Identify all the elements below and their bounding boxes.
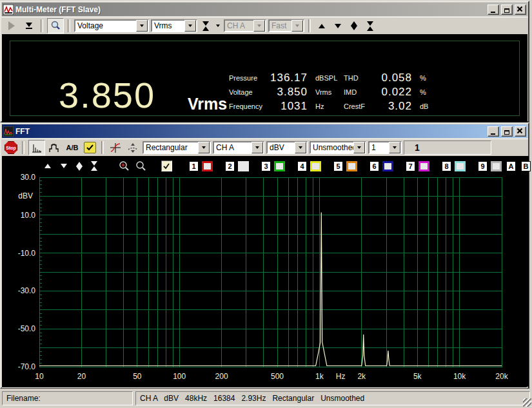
unit-combo[interactable]: Vrms <box>151 19 197 32</box>
triangle-down-icon <box>61 164 67 168</box>
run-to-end-button[interactable] <box>21 19 37 33</box>
curve-number-label: 7 <box>406 161 415 171</box>
close-button[interactable] <box>515 126 526 137</box>
curve-3-button[interactable]: 3 <box>261 160 271 171</box>
reading-label: Pressure <box>229 74 269 82</box>
fft-spectrum-chart[interactable]: 30.010.0-10.0-30.0-50.0-70.0dBV102050100… <box>2 156 529 387</box>
curve-9-button[interactable]: 9 <box>478 160 488 171</box>
compress-scale-button[interactable] <box>199 19 212 33</box>
parameter-checklist-button[interactable] <box>82 141 97 155</box>
curve-2-button[interactable]: 2 <box>225 160 235 171</box>
maximize-button[interactable] <box>501 5 513 15</box>
x-tick-label: 1k <box>315 372 324 381</box>
x-tick-label: 5k <box>413 372 422 381</box>
compress-options-button[interactable] <box>214 19 222 33</box>
octave-view-button[interactable] <box>47 141 63 155</box>
y-tick-label: 10.0 <box>21 211 36 220</box>
channel-combo[interactable]: CH A <box>213 141 264 154</box>
multimeter-toolbar: Voltage Vrms CH A Fast <box>1 17 528 34</box>
memory-b-button[interactable]: B <box>521 160 531 171</box>
y-tick-label: -70.0 <box>18 362 36 371</box>
curve-5-button[interactable]: 5 <box>333 160 343 171</box>
parameter-combo[interactable]: Voltage <box>74 19 149 32</box>
play-icon <box>8 21 15 30</box>
unit-value: dBV <box>268 143 295 152</box>
autoscale-button[interactable] <box>363 19 377 33</box>
x-tick-label: 2k <box>357 372 366 381</box>
chevron-down-icon[interactable] <box>198 142 210 153</box>
memory-a-button[interactable]: A <box>506 160 516 171</box>
y-tick-label: 30.0 <box>21 173 36 182</box>
separator <box>41 19 43 32</box>
curve-7-button[interactable]: 7 <box>406 160 415 171</box>
chevron-down-icon[interactable] <box>136 20 148 32</box>
scale-down-button[interactable] <box>331 19 345 33</box>
curve-color-swatch <box>419 161 429 171</box>
chevron-down-icon[interactable] <box>295 142 306 153</box>
window-function-combo[interactable]: Rectangular <box>143 141 211 154</box>
multimeter-titlebar[interactable]: Multi-Meter (FFT Slave) <box>2 3 527 16</box>
plot-scale-down-button[interactable] <box>59 160 69 171</box>
average-combo[interactable]: 1 <box>368 141 402 154</box>
curve-4-color-button[interactable] <box>310 160 321 171</box>
minimize-button[interactable] <box>488 5 499 15</box>
y-tick-label: -10.0 <box>18 249 36 258</box>
zoom-in-button[interactable] <box>118 160 131 171</box>
plot-autoscale-button[interactable] <box>89 160 99 171</box>
curve-1-color-button[interactable] <box>202 160 213 171</box>
unit-combo[interactable]: dBV <box>266 141 308 154</box>
curve-8-button[interactable]: 8 <box>442 160 451 171</box>
expand-vertical-icon <box>76 162 83 171</box>
smoothing-combo[interactable]: Unsmoothed <box>310 141 366 154</box>
triangle-up-icon <box>319 24 325 28</box>
curve-3-color-button[interactable] <box>274 160 285 171</box>
chevron-down-icon[interactable] <box>353 142 365 153</box>
plot-scale-up-button[interactable] <box>43 160 53 171</box>
reading-value: 136.17 <box>269 72 311 84</box>
curve-visible-checkbox[interactable] <box>161 160 172 171</box>
spectrum-view-button[interactable] <box>28 140 45 155</box>
curve-number-label: 1 <box>189 161 199 171</box>
scale-up-button[interactable] <box>315 19 329 33</box>
sampling-info: CH A dBV 48kHz 16384 2.93Hz Rectangular … <box>140 394 364 403</box>
x-tick-label: 20k <box>495 372 508 381</box>
curve-9-color-button[interactable] <box>491 160 502 171</box>
maximize-button[interactable] <box>501 126 513 137</box>
curve-4-button[interactable]: 4 <box>297 160 307 171</box>
curve-6-color-button[interactable] <box>382 160 393 171</box>
multimeter-app-icon <box>3 5 14 15</box>
plot-background <box>2 156 529 387</box>
transfer-curve-button[interactable] <box>108 141 123 155</box>
average-count-display: 1 <box>404 141 491 155</box>
fft-title: FFT <box>15 127 486 136</box>
curve-number-label: 4 <box>297 161 307 171</box>
reading-label: THD <box>344 74 373 82</box>
run-button[interactable] <box>4 19 19 33</box>
chevron-down-icon <box>216 24 220 27</box>
magnify-toggle-button[interactable] <box>47 18 64 34</box>
curve-color-swatch <box>310 161 321 171</box>
curve-6-button[interactable]: 6 <box>369 160 379 171</box>
resize-grip[interactable] <box>523 398 531 407</box>
fft-plot-area[interactable]: 30.010.0-10.0-30.0-50.0-70.0dBV102050100… <box>2 156 527 388</box>
smoothing-button[interactable] <box>125 141 141 155</box>
chevron-down-icon[interactable] <box>389 142 400 153</box>
curve-7-color-button[interactable] <box>419 160 429 171</box>
plot-expand-button[interactable] <box>74 160 84 171</box>
chevron-down-icon[interactable] <box>184 20 196 32</box>
chevron-down-icon[interactable] <box>251 142 263 153</box>
close-button[interactable] <box>515 5 526 15</box>
fft-titlebar[interactable]: FFT <box>2 124 527 138</box>
expand-scale-button[interactable] <box>347 19 361 33</box>
curve-5-color-button[interactable] <box>346 160 357 171</box>
stop-button[interactable]: Stop <box>4 141 18 155</box>
zoom-out-button[interactable] <box>135 160 148 171</box>
curve-1-button[interactable]: 1 <box>189 160 199 171</box>
curve-2-color-button[interactable] <box>238 160 249 171</box>
x-tick-label: 10k <box>453 372 466 381</box>
x-tick-label: 50 <box>133 372 142 381</box>
minimize-button[interactable] <box>488 126 499 137</box>
curve-8-color-button[interactable] <box>455 160 466 171</box>
compare-ab-button[interactable]: A/B <box>64 141 80 155</box>
triangle-down-icon <box>335 24 341 28</box>
